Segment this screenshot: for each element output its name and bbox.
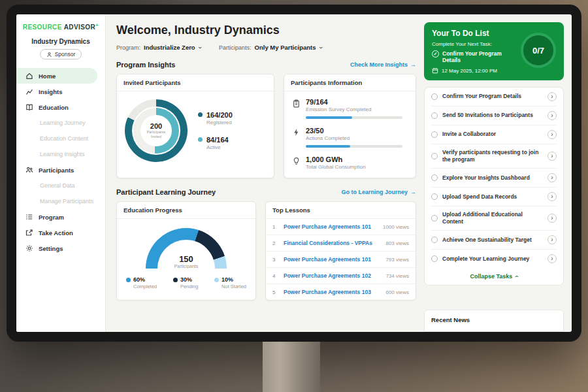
participants-filter-label: Participants: [219,44,252,51]
chevron-right-icon[interactable]: › [547,235,557,244]
task-row-upload-educational-content[interactable]: Upload Additional Educational Content › [431,206,557,231]
chevron-right-icon[interactable]: › [547,111,557,120]
info-value: 23/50 [306,127,408,135]
lesson-link[interactable]: Power Purchase Agreements 102 [284,272,380,279]
task-row-explore-insights[interactable]: Explore Your Insights Dashboard › [431,169,557,188]
task-checkbox[interactable] [431,153,438,159]
lesson-link[interactable]: Power Purchase Agreements 101 [284,223,378,230]
legend-pct: 10% [221,276,233,283]
task-row-confirm-program[interactable]: Confirm Your Program Details › [431,88,557,106]
sidebar-item-education-content[interactable]: Education Content [16,131,105,146]
todo-progress-value: 0/7 [532,46,544,56]
info-row-consumption: 1,000 GWh Total Global Consumption [292,155,408,170]
gauge-center-label: Participants [146,264,227,269]
legend-pct: 60% [133,276,145,283]
chevron-right-icon[interactable]: › [547,152,557,161]
chevron-down-icon: › [196,46,203,48]
learning-journey-header: Participant Learning Journey Go to Learn… [116,188,416,196]
sidebar-item-label: General Data [40,182,75,189]
emission-progress-track [306,116,402,119]
sidebar-item-manage-participants[interactable]: Manage Participants [16,193,105,209]
lesson-link[interactable]: Power Purchase Agreements 101 [284,256,380,263]
chevron-right-icon[interactable]: › [547,92,557,101]
sidebar-item-learning-journey[interactable]: Learning Journey [16,115,105,131]
sidebar-item-label: Manage Participants [40,198,93,204]
task-row-achieve-target[interactable]: Achieve One Sustainability Target › [431,231,557,250]
check-more-insights-link[interactable]: Check More Insights → [350,61,416,68]
sidebar-item-settings[interactable]: Settings [16,240,105,256]
program-insights-header: Program Insights Check More Insights → [116,61,416,69]
education-progress-card: Education Progress 150 Participants [116,201,256,301]
sidebar-item-insights[interactable]: Insights [16,84,105,99]
task-checkbox[interactable] [431,237,438,243]
section-title-program-insights: Program Insights [116,61,175,69]
task-checkbox[interactable] [431,193,438,200]
lesson-link[interactable]: Financial Considerations - VPPAs [284,240,380,246]
task-label: Send 50 Invitations to Participants [442,112,543,119]
sidebar-item-general-data[interactable]: General Data [16,178,105,193]
people-icon [25,166,33,174]
gauge-legend: 60% Completed 30% Pending 10% Not Starte… [123,276,249,289]
task-row-invite-collaborator[interactable]: Invite a Collaborator › [431,125,557,144]
lesson-link[interactable]: Power Purchase Agreements 103 [284,289,380,295]
actions-progress-fill [306,145,350,148]
sidebar-item-education[interactable]: Education [16,99,105,115]
insights-icon [25,88,33,95]
go-to-learning-journey-link[interactable]: Go to Learning Journey → [341,189,416,195]
task-label: Invite a Collaborator [442,131,543,138]
legend-label: Not Started [221,284,246,289]
sidebar-item-learning-insights[interactable]: Learning Insights [16,146,105,162]
lesson-row: 3 Power Purchase Agreements 101 793 view… [266,252,416,268]
sidebar-item-label: Education Content [40,135,88,142]
legend-item-active: 84/164 Active [198,136,233,150]
info-value: 1,000 GWh [306,155,408,163]
task-label: Verify participants requesting to join t… [442,149,543,163]
sidebar-item-participants[interactable]: Participants [16,162,105,178]
sidebar-item-take-action[interactable]: Take Action [16,225,105,240]
collapse-tasks-button[interactable]: Collapse Tasks › [431,268,557,285]
lesson-rank: 1 [272,224,278,230]
chevron-right-icon[interactable]: › [547,173,557,182]
task-row-complete-learning-journey[interactable]: Complete Your Learning Journey › [431,250,557,268]
gear-icon [25,244,33,252]
task-label: Confirm Your Program Details [442,93,543,100]
task-checkbox[interactable] [431,174,438,181]
program-filter[interactable]: Program: Industrialize Zero › [116,44,201,51]
legend-dot-pending [173,278,178,282]
task-checkbox[interactable] [431,255,438,262]
sponsor-badge-label: Sponsor [55,51,76,57]
chevron-right-icon[interactable]: › [547,130,557,139]
chevron-down-icon: › [317,46,323,48]
task-checkbox[interactable] [431,112,438,119]
sidebar-item-label: Home [39,73,56,80]
consumption-bulb-icon [292,156,301,165]
legend-dot-completed [126,278,131,282]
program-filter-label: Program: [116,44,140,51]
task-checkbox[interactable] [431,131,438,138]
todo-summary-card: Your To Do List Complete Your Next Task:… [424,22,564,80]
chevron-right-icon[interactable]: › [547,214,557,223]
task-checkbox[interactable] [431,215,438,221]
main-content: Welcome, Industry Dynamics Program: Indu… [106,14,424,332]
legend-dot-registered [198,112,203,117]
chevron-right-icon[interactable]: › [547,254,557,263]
donut-center-label: Participants Invited [144,130,169,139]
lesson-views: 734 views [385,273,409,279]
sidebar-item-program[interactable]: Program [16,209,105,225]
task-row-upload-spend-data[interactable]: Upload Spend Data Records › [431,188,557,206]
lesson-views: 600 views [385,289,409,295]
sponsor-badge[interactable]: Sponsor [40,49,82,59]
participants-filter[interactable]: Participants: Only My Participants › [219,44,321,51]
sidebar: RESOURCEADVISOR+ Industry Dynamics Spons… [16,14,106,332]
invited-participants-donut: 200 Participants Invited [125,99,188,162]
list-icon [25,213,33,221]
registered-value: 164/200 [206,111,233,119]
legend-item-completed: 60% Completed [126,276,157,289]
chevron-right-icon[interactable]: › [547,192,557,201]
sidebar-item-home[interactable]: Home [16,68,97,84]
task-row-send-invitations[interactable]: Send 50 Invitations to Participants › [431,106,557,125]
todo-next-task[interactable]: ✓ Confirm Your Program Details [432,50,518,63]
link-label: Go to Learning Journey [341,189,408,195]
task-checkbox[interactable] [431,93,438,100]
task-row-verify-participants[interactable]: Verify participants requesting to join t… [431,144,557,169]
